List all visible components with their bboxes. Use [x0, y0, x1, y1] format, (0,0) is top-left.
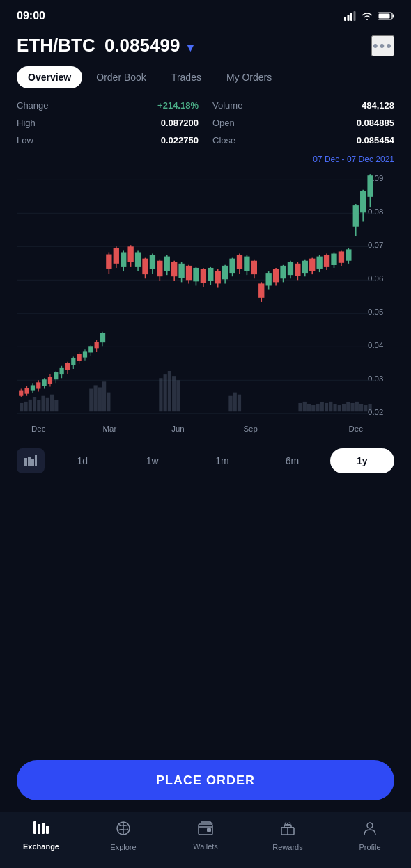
- svg-rect-157: [339, 251, 344, 262]
- svg-rect-56: [346, 402, 350, 411]
- svg-rect-47: [307, 404, 311, 411]
- svg-rect-37: [159, 378, 162, 411]
- svg-rect-127: [229, 259, 235, 273]
- svg-rect-137: [266, 273, 272, 285]
- svg-text:Sep: Sep: [243, 425, 257, 433]
- stat-open-value: 0.084885: [357, 118, 394, 128]
- svg-rect-31: [54, 400, 58, 411]
- svg-rect-159: [346, 249, 351, 260]
- signal-icon: [344, 11, 357, 21]
- svg-rect-35: [102, 381, 106, 411]
- svg-rect-43: [233, 393, 237, 412]
- svg-text:Jun: Jun: [171, 425, 184, 433]
- time-btn-1w[interactable]: 1w: [120, 448, 184, 473]
- svg-rect-30: [50, 395, 54, 412]
- svg-rect-182: [207, 828, 211, 832]
- svg-text:0.06: 0.06: [368, 274, 383, 283]
- tab-orderbook[interactable]: Order Book: [85, 66, 157, 88]
- svg-rect-39: [168, 371, 171, 411]
- svg-rect-41: [176, 380, 180, 411]
- nav-item-exchange[interactable]: Exchange: [20, 821, 62, 851]
- pair-name: ETH/BTC 0.085499 ▼: [17, 35, 196, 56]
- svg-rect-42: [228, 396, 232, 411]
- stat-change: Change +214.18%: [17, 98, 199, 113]
- time-selector: 1d 1w 1m 6m 1y: [0, 439, 411, 483]
- time-btn-1y[interactable]: 1y: [330, 448, 394, 473]
- svg-rect-40: [172, 376, 176, 411]
- svg-rect-107: [157, 261, 162, 276]
- svg-rect-115: [186, 266, 192, 280]
- svg-rect-87: [88, 346, 93, 352]
- tab-myorders[interactable]: My Orders: [215, 66, 283, 88]
- stat-high-label: High: [17, 118, 36, 128]
- svg-rect-161: [353, 205, 359, 227]
- svg-rect-178: [46, 826, 49, 834]
- header: ETH/BTC 0.085499 ▼ •••: [0, 28, 411, 66]
- svg-rect-28: [41, 396, 45, 411]
- svg-rect-46: [303, 402, 307, 411]
- svg-rect-163: [360, 191, 366, 213]
- svg-rect-123: [215, 271, 221, 283]
- svg-rect-57: [350, 403, 354, 411]
- svg-rect-45: [298, 403, 302, 411]
- nav-item-explore[interactable]: Explore: [102, 821, 144, 851]
- svg-rect-69: [36, 382, 40, 388]
- svg-rect-81: [71, 358, 75, 365]
- rewards-icon: [280, 821, 295, 840]
- svg-rect-60: [364, 405, 367, 411]
- svg-rect-27: [37, 400, 40, 411]
- chart-type-button[interactable]: [17, 448, 45, 473]
- svg-rect-119: [201, 269, 206, 283]
- svg-rect-171: [24, 458, 27, 466]
- tabs-container: Overview Order Book Trades My Orders: [0, 66, 411, 88]
- time-btn-6m[interactable]: 6m: [260, 448, 324, 473]
- svg-rect-6: [379, 14, 390, 19]
- stat-volume-label: Volume: [212, 100, 242, 111]
- svg-rect-0: [344, 17, 346, 21]
- status-bar: 09:00: [0, 0, 411, 28]
- svg-rect-59: [359, 404, 363, 411]
- svg-rect-172: [28, 457, 31, 466]
- svg-rect-2: [350, 13, 352, 21]
- wifi-icon: [361, 11, 373, 21]
- svg-rect-176: [38, 824, 40, 834]
- svg-rect-3: [354, 11, 356, 21]
- time-btn-1d[interactable]: 1d: [50, 448, 114, 473]
- nav-item-profile[interactable]: Profile: [349, 821, 391, 851]
- pair-title[interactable]: ETH/BTC 0.085499 ▼: [17, 35, 196, 56]
- svg-text:Dec: Dec: [31, 425, 46, 433]
- svg-rect-53: [333, 404, 336, 411]
- time-btn-1m[interactable]: 1m: [190, 448, 254, 473]
- more-options-button[interactable]: •••: [371, 35, 394, 56]
- svg-rect-121: [208, 268, 213, 281]
- nav-item-wallets[interactable]: Wallets: [185, 821, 226, 851]
- date-range: 07 Dec - 07 Dec 2021: [0, 155, 411, 164]
- status-time: 09:00: [17, 10, 45, 22]
- tab-trades[interactable]: Trades: [160, 66, 212, 88]
- dropdown-arrow-icon: ▼: [185, 42, 196, 54]
- svg-rect-173: [31, 459, 34, 466]
- svg-rect-36: [107, 393, 110, 412]
- svg-rect-26: [33, 397, 36, 411]
- svg-rect-105: [150, 255, 155, 269]
- svg-rect-51: [325, 403, 328, 411]
- nav-item-rewards[interactable]: Rewards: [267, 821, 309, 851]
- tab-overview[interactable]: Overview: [17, 66, 82, 88]
- svg-rect-65: [24, 388, 29, 394]
- svg-rect-103: [142, 259, 148, 274]
- svg-rect-33: [93, 385, 97, 411]
- svg-rect-63: [19, 391, 23, 396]
- svg-point-185: [367, 823, 373, 828]
- phone-container: 09:00 E: [0, 0, 411, 868]
- place-order-button[interactable]: PLACE ORDER: [17, 760, 394, 800]
- svg-text:0.05: 0.05: [368, 308, 383, 316]
- chart-container: 0.09 0.08 0.07 0.06 0.05 0.04 0.03 0.02: [0, 168, 411, 439]
- place-order-section: PLACE ORDER: [0, 753, 411, 812]
- svg-text:0.03: 0.03: [368, 374, 383, 383]
- svg-rect-111: [171, 262, 177, 276]
- svg-rect-149: [309, 259, 315, 271]
- stat-low-label: Low: [17, 135, 33, 145]
- stat-close-label: Close: [212, 135, 235, 145]
- svg-rect-95: [114, 248, 119, 263]
- stat-close: Close 0.085454: [212, 133, 394, 148]
